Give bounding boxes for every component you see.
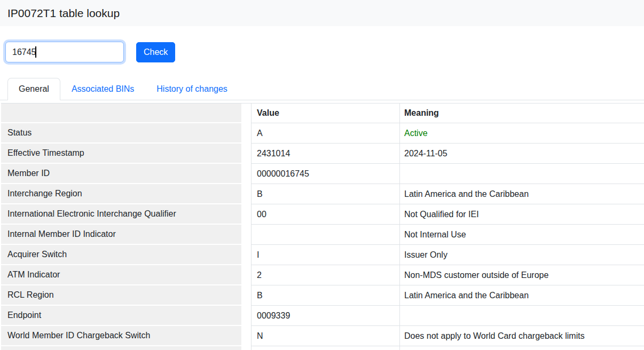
table-header-row: Value Meaning (1, 104, 644, 123)
row-value: 00 (251, 204, 399, 225)
row-meaning: Latin America and the Caribbean (399, 285, 644, 306)
table-row: Interchange RegionBLatin America and the… (1, 184, 644, 204)
table-row: ATM Indicator2Non-MDS customer outside o… (1, 265, 644, 285)
row-meaning (399, 164, 644, 184)
row-value: A (251, 123, 399, 144)
table-row: StatusAActive (1, 123, 644, 144)
row-value: 0009339 (251, 306, 399, 326)
table-row: Internal Member ID IndicatorNot Internal… (1, 225, 644, 245)
tab-history-of-changes[interactable]: History of changes (145, 78, 239, 100)
table-row: World Member ID Chargeback SwitchNDoes n… (1, 326, 644, 346)
row-value: I (251, 245, 399, 265)
row-meaning: Not Internal Use (399, 225, 644, 245)
table-row: Acquirer SwitchIIssuer Only (1, 245, 644, 265)
member-id-input[interactable] (5, 42, 124, 62)
row-label: Interchange Region (1, 184, 251, 204)
row-label: Internal Member ID Indicator (1, 225, 251, 245)
row-value: N (251, 326, 399, 346)
row-label: Acquirer Switch (1, 245, 251, 265)
table-row: Member ID00000016745 (1, 164, 644, 184)
row-label: Endpoint (1, 306, 251, 326)
tab-bar: GeneralAssociated BINsHistory of changes (0, 78, 644, 100)
row-value: B (251, 184, 399, 204)
lookup-form: Check (5, 42, 644, 62)
row-value: 2 (251, 265, 399, 285)
row-meaning: Non-MDS customer outside of Europe (399, 265, 644, 285)
row-meaning: Latin America and the Caribbean (399, 184, 644, 204)
row-meaning (399, 306, 644, 326)
lookup-input-wrap (5, 42, 124, 62)
tab-associated-bins[interactable]: Associated BINs (60, 78, 145, 100)
row-meaning: 2024-11-05 (399, 144, 644, 164)
row-meaning: Does not apply to World Card chargeback … (399, 326, 644, 346)
row-value: 00000016745 (251, 164, 399, 184)
row-label (1, 346, 251, 350)
row-meaning: Active (399, 123, 644, 144)
table-row (1, 346, 644, 350)
col-header-meaning: Meaning (399, 104, 644, 123)
table-row: RCL RegionBLatin America and the Caribbe… (1, 285, 644, 306)
check-button[interactable]: Check (136, 42, 175, 62)
row-value: B (251, 285, 399, 306)
row-label: World Member ID Chargeback Switch (1, 326, 251, 346)
col-header-blank (1, 104, 251, 123)
row-meaning: Not Qualified for IEI (399, 204, 644, 225)
table-row: International Electronic Interchange Qua… (1, 204, 644, 225)
tab-general[interactable]: General (7, 78, 60, 100)
row-value (251, 346, 399, 350)
row-label: RCL Region (1, 285, 251, 306)
page-title: IP0072T1 table lookup (7, 6, 637, 20)
row-value: 2431014 (251, 144, 399, 164)
table-row: Endpoint0009339 (1, 306, 644, 326)
col-header-value: Value (251, 104, 399, 123)
lookup-table: Value Meaning StatusAActiveEffective Tim… (1, 103, 644, 350)
row-label: Effective Timestamp (1, 144, 251, 164)
table-row: Effective Timestamp24310142024-11-05 (1, 144, 644, 164)
row-meaning (399, 346, 644, 350)
page-header: IP0072T1 table lookup (0, 0, 644, 26)
row-value (251, 225, 399, 245)
row-label: ATM Indicator (1, 265, 251, 285)
row-label: Status (1, 123, 251, 144)
row-meaning: Issuer Only (399, 245, 644, 265)
row-label: International Electronic Interchange Qua… (1, 204, 251, 225)
row-label: Member ID (1, 164, 251, 184)
